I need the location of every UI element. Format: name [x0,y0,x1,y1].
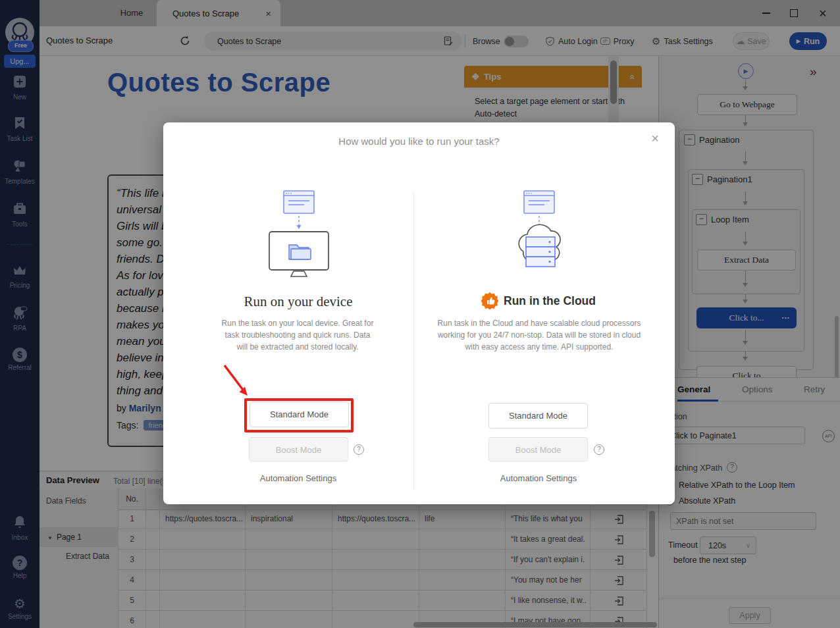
run-task-modal: How would you like to run your task? × [163,122,675,504]
local-option-title: Run on your device [199,294,397,310]
local-boost-mode-button[interactable]: Boost Mode [249,437,348,461]
cloud-standard-mode-button[interactable]: Standard Mode [488,403,588,429]
local-automation-settings-link[interactable]: Automation Settings [199,473,397,483]
cloud-option-title-row: Run in the Cloud [440,292,637,309]
local-option-description: Run the task on your local device. Great… [220,317,375,353]
annotation-highlight-box [244,398,354,432]
cloud-premium-badge-icon [481,292,498,309]
cloud-option-title: Run in the Cloud [504,294,596,308]
cloud-option-description: Run task in the Cloud and have scalable … [431,317,648,353]
boost-help-icon[interactable]: ? [354,444,364,455]
cloud-boost-mode-button[interactable]: Boost Mode [488,437,588,461]
run-cloud-illustration [506,190,572,278]
annotation-arrow [221,361,255,405]
modal-title: How would you like to run your task? [163,136,675,147]
app-window: Home Quotes to Scrape × × Quotes to Scra… [0,0,840,628]
modal-divider [413,192,414,490]
modal-close-icon[interactable]: × [651,132,659,145]
cloud-automation-settings-link[interactable]: Automation Settings [440,473,637,483]
run-local-illustration [266,190,332,278]
boost-help-icon[interactable]: ? [594,444,604,455]
